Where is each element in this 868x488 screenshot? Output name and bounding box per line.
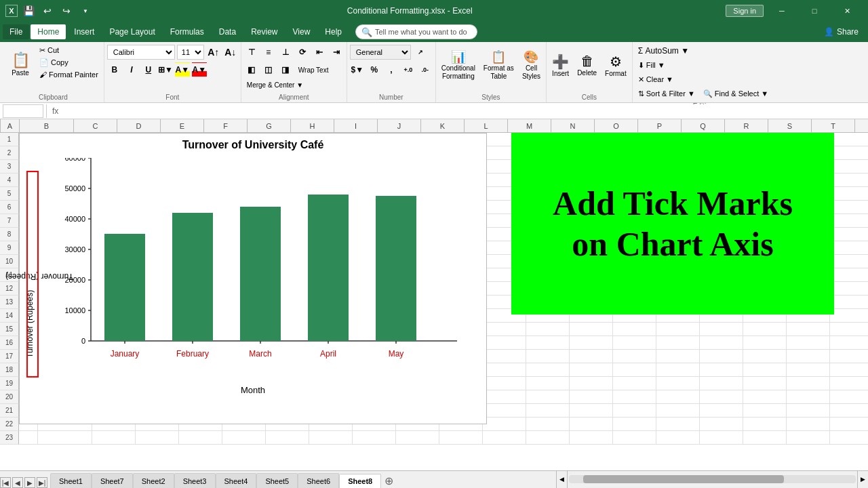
row-15-header[interactable]: 15 (0, 323, 19, 336)
find-select-button[interactable]: 🔍 Find & Select ▼ (701, 88, 771, 100)
row-22-header[interactable]: 22 (0, 418, 19, 431)
menu-file[interactable]: File (3, 24, 29, 39)
align-right-button[interactable]: ◨ (278, 62, 293, 77)
col-C[interactable]: C (74, 119, 117, 133)
tab-next-button[interactable]: ▶ (24, 477, 35, 488)
row-4-header[interactable]: 4 (0, 174, 19, 187)
table-cell[interactable] (743, 418, 787, 431)
table-cell[interactable] (570, 377, 613, 390)
quick-access-dropdown[interactable]: ▼ (77, 3, 94, 19)
tab-last-button[interactable]: ▶| (37, 477, 47, 488)
table-cell[interactable] (613, 323, 656, 336)
table-cell[interactable] (830, 309, 868, 323)
menu-insert[interactable]: Insert (67, 24, 101, 39)
table-cell[interactable] (830, 336, 868, 350)
table-cell[interactable] (136, 431, 179, 445)
table-cell[interactable] (787, 350, 830, 363)
table-cell[interactable] (483, 390, 526, 404)
col-M[interactable]: M (508, 119, 551, 133)
table-cell[interactable] (570, 363, 613, 377)
accounting-button[interactable]: $▼ (350, 62, 365, 77)
table-cell[interactable] (787, 431, 830, 445)
table-cell[interactable] (743, 390, 787, 404)
table-cell[interactable] (38, 431, 92, 445)
sort-filter-button[interactable]: ⇅ Sort & Filter ▼ (635, 88, 698, 100)
table-cell[interactable] (656, 350, 700, 363)
table-cell[interactable] (613, 377, 656, 390)
table-cell[interactable] (743, 377, 787, 390)
row-21-header[interactable]: 21 (0, 404, 19, 418)
table-cell[interactable] (613, 350, 656, 363)
table-cell[interactable] (700, 377, 743, 390)
col-N[interactable]: N (551, 119, 595, 133)
table-cell[interactable] (396, 431, 439, 445)
table-cell[interactable] (483, 431, 526, 445)
col-A[interactable]: A (1, 119, 20, 133)
conditional-formatting-button[interactable]: 📊 ConditionalFormatting (439, 45, 478, 85)
sheet-tab-sheet1[interactable]: Sheet1 (50, 473, 92, 488)
menu-home[interactable]: Home (31, 24, 66, 39)
menu-page-layout[interactable]: Page Layout (102, 24, 161, 39)
table-cell[interactable] (309, 431, 353, 445)
cell-styles-button[interactable]: 🎨 CellStyles (519, 45, 543, 85)
table-cell[interactable] (830, 377, 868, 390)
decimal-increase-button[interactable]: +.0 (401, 62, 416, 77)
table-cell[interactable] (483, 404, 526, 418)
table-cell[interactable] (656, 431, 700, 445)
table-cell[interactable] (787, 390, 830, 404)
row-19-header[interactable]: 19 (0, 377, 19, 390)
row-3-header[interactable]: 3 (0, 160, 19, 174)
menu-help[interactable]: Help (318, 24, 349, 39)
align-center-button[interactable]: ◫ (261, 62, 276, 77)
paste-button[interactable]: 📋 Paste (5, 45, 35, 85)
format-as-table-button[interactable]: 📋 Format asTable (481, 45, 517, 85)
decrease-font-button[interactable]: A↓ (223, 45, 238, 60)
row-12-header[interactable]: 12 (0, 282, 19, 296)
table-cell[interactable] (526, 431, 570, 445)
insert-button[interactable]: ➕ Insert (549, 45, 572, 85)
table-cell[interactable] (483, 350, 526, 363)
table-cell[interactable] (526, 336, 570, 350)
table-cell[interactable] (656, 323, 700, 336)
table-cell[interactable] (656, 390, 700, 404)
formula-input[interactable] (64, 104, 865, 118)
table-cell[interactable] (830, 323, 868, 336)
sheet-tab-sheet3[interactable]: Sheet3 (174, 473, 216, 488)
scroll-thumb[interactable] (583, 475, 784, 483)
table-cell[interactable] (700, 431, 743, 445)
fill-button[interactable]: ⬇ Fill ▼ (635, 60, 668, 71)
sheet-tab-sheet6[interactable]: Sheet6 (298, 473, 339, 488)
menu-review[interactable]: Review (244, 24, 284, 39)
table-cell[interactable] (483, 363, 526, 377)
table-cell[interactable] (743, 323, 787, 336)
maximize-button[interactable]: □ (799, 0, 830, 22)
col-F[interactable]: F (204, 119, 248, 133)
autosum-button[interactable]: Σ AutoSum ▼ (635, 45, 692, 57)
table-cell[interactable] (787, 323, 830, 336)
table-cell[interactable] (613, 418, 656, 431)
sheet-tab-sheet5[interactable]: Sheet5 (256, 473, 298, 488)
table-cell[interactable] (526, 323, 570, 336)
percent-button[interactable]: % (367, 62, 382, 77)
row-10-header[interactable]: 10 (0, 255, 19, 268)
scroll-right-button[interactable]: ▶ (857, 470, 868, 488)
menu-data[interactable]: Data (212, 24, 243, 39)
table-cell[interactable] (787, 404, 830, 418)
table-cell[interactable] (483, 336, 526, 350)
table-cell[interactable] (570, 323, 613, 336)
name-box[interactable] (3, 104, 43, 118)
quick-access-redo[interactable]: ↪ (58, 3, 75, 19)
tab-first-button[interactable]: |◀ (0, 477, 11, 488)
align-bottom-button[interactable]: ⊥ (278, 45, 293, 60)
row-13-header[interactable]: 13 (0, 296, 19, 309)
table-cell[interactable] (179, 431, 222, 445)
col-E[interactable]: E (161, 119, 204, 133)
table-cell[interactable] (613, 336, 656, 350)
minimize-button[interactable]: ─ (766, 0, 797, 22)
row-20-header[interactable]: 20 (0, 390, 19, 404)
table-cell[interactable] (830, 296, 868, 309)
table-cell[interactable] (570, 350, 613, 363)
table-cell[interactable] (656, 377, 700, 390)
table-cell[interactable] (700, 418, 743, 431)
table-cell[interactable] (656, 418, 700, 431)
